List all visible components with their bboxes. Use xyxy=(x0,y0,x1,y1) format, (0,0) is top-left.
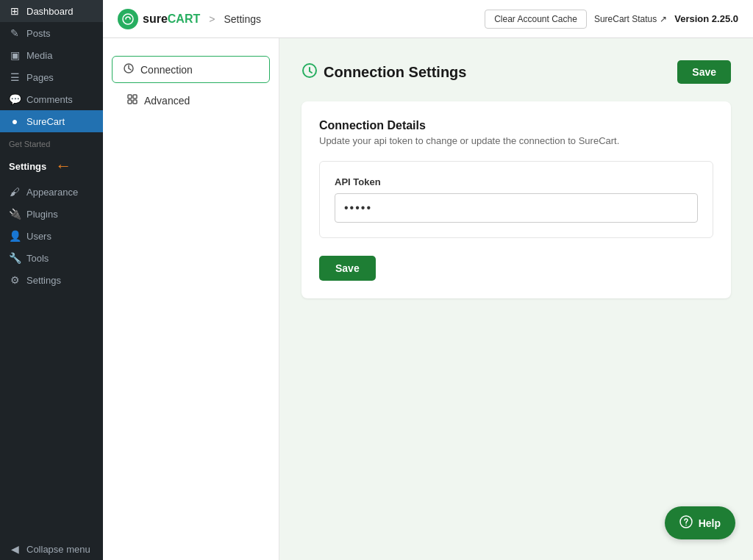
page-title: Connection Settings xyxy=(301,62,466,82)
sidebar-item-posts[interactable]: ✎ Posts xyxy=(0,22,103,44)
dashboard-icon: ⊞ xyxy=(9,5,21,17)
breadcrumb-separator: > xyxy=(209,13,215,25)
sidebar-item-dashboard[interactable]: ⊞ Dashboard xyxy=(0,0,103,22)
sidebar-item-settings-main[interactable]: Settings ← xyxy=(0,151,103,181)
external-link-icon: ↗ xyxy=(660,14,667,24)
sidebar-item-tools[interactable]: 🔧 Tools xyxy=(0,247,103,269)
sub-sidebar-item-label: Connection xyxy=(140,64,193,76)
connection-icon xyxy=(123,62,135,76)
topbar: sureCART > Settings Clear Account Cache … xyxy=(103,0,753,38)
sidebar-item-label: Pages xyxy=(26,72,54,83)
sidebar-item-label: Settings xyxy=(9,161,46,172)
sidebar-item-appearance[interactable]: 🖌 Appearance xyxy=(0,181,103,203)
sidebar-item-label: Collapse menu xyxy=(26,544,90,555)
svg-rect-2 xyxy=(128,95,132,98)
settings-icon: ⚙ xyxy=(9,274,21,286)
surecart-status-label: SureCart Status xyxy=(594,14,657,24)
brand-logo: sureCART xyxy=(118,9,200,29)
brand-name: sureCART xyxy=(143,12,200,26)
sidebar-item-collapse[interactable]: ◀ Collapse menu xyxy=(0,538,103,560)
sidebar-item-surecart[interactable]: ● SureCart xyxy=(0,110,103,132)
api-token-card: API Token xyxy=(319,161,713,238)
logo-circle-icon xyxy=(118,9,138,29)
svg-point-8 xyxy=(685,525,687,526)
page-title-text: Connection Settings xyxy=(324,64,466,81)
sub-sidebar-item-advanced[interactable]: Advanced xyxy=(112,86,270,115)
topbar-actions: Clear Account Cache SureCart Status ↗ Ve… xyxy=(485,10,738,29)
sidebar: ⊞ Dashboard ✎ Posts ▣ Media ☰ Pages 💬 Co… xyxy=(0,0,103,560)
api-token-label: API Token xyxy=(335,176,698,187)
sub-sidebar-item-label: Advanced xyxy=(144,95,190,107)
breadcrumb-current: Settings xyxy=(224,13,261,25)
collapse-icon: ◀ xyxy=(9,543,21,555)
sidebar-item-media[interactable]: ▣ Media xyxy=(0,44,103,66)
surecart-icon: ● xyxy=(9,115,21,127)
sidebar-item-label: Media xyxy=(26,50,52,61)
sidebar-item-plugins[interactable]: 🔌 Plugins xyxy=(0,203,103,225)
sidebar-item-pages[interactable]: ☰ Pages xyxy=(0,66,103,88)
content-area: Connection Advanced xyxy=(103,38,753,560)
sidebar-item-label: Posts xyxy=(26,28,51,39)
help-button[interactable]: Help xyxy=(665,506,735,539)
sidebar-item-users[interactable]: 👤 Users xyxy=(0,225,103,247)
svg-point-0 xyxy=(123,14,133,24)
plugins-icon: 🔌 xyxy=(9,208,21,220)
surecart-status-button[interactable]: SureCart Status ↗ xyxy=(594,14,667,24)
svg-rect-3 xyxy=(133,95,137,98)
sidebar-item-label: Tools xyxy=(26,253,49,264)
sidebar-item-label: Settings xyxy=(26,275,61,286)
users-icon: 👤 xyxy=(9,230,21,242)
clear-cache-button[interactable]: Clear Account Cache xyxy=(485,10,587,29)
connection-details-card: Connection Details Update your api token… xyxy=(301,101,731,298)
sub-sidebar-item-connection[interactable]: Connection xyxy=(112,56,270,83)
sub-sidebar: Connection Advanced xyxy=(103,38,279,560)
help-icon xyxy=(679,515,693,531)
sidebar-item-settings[interactable]: ⚙ Settings xyxy=(0,269,103,291)
posts-icon: ✎ xyxy=(9,27,21,39)
sidebar-item-label: Comments xyxy=(26,94,73,105)
page-content: Connection Settings Save Connection Deta… xyxy=(279,38,753,560)
comments-icon: 💬 xyxy=(9,93,21,105)
svg-rect-4 xyxy=(128,100,132,104)
api-token-input[interactable] xyxy=(335,193,698,223)
media-icon: ▣ xyxy=(9,49,21,61)
tools-icon: 🔧 xyxy=(9,252,21,264)
appearance-icon: 🖌 xyxy=(9,186,21,198)
sidebar-section-get-started: Get Started xyxy=(0,132,103,151)
arrow-indicator-icon: ← xyxy=(55,157,71,176)
sidebar-item-comments[interactable]: 💬 Comments xyxy=(0,88,103,110)
main-area: sureCART > Settings Clear Account Cache … xyxy=(103,0,753,560)
sidebar-item-label: SureCart xyxy=(26,116,65,127)
help-label: Help xyxy=(699,517,721,529)
pages-icon: ☰ xyxy=(9,71,21,83)
sidebar-item-label: Plugins xyxy=(26,209,58,220)
section-description: Update your api token to change or updat… xyxy=(319,135,713,146)
sidebar-item-label: Users xyxy=(26,231,51,242)
svg-rect-5 xyxy=(133,100,137,104)
sidebar-item-label: Appearance xyxy=(26,187,78,198)
connection-settings-icon xyxy=(301,62,318,82)
save-top-button[interactable]: Save xyxy=(677,60,731,84)
sidebar-item-label: Dashboard xyxy=(26,6,74,17)
advanced-icon xyxy=(126,93,138,107)
version-badge: Version 2.25.0 xyxy=(674,13,738,24)
page-header: Connection Settings Save xyxy=(301,60,731,84)
save-bottom-button[interactable]: Save xyxy=(319,256,376,281)
section-title: Connection Details xyxy=(319,119,713,132)
